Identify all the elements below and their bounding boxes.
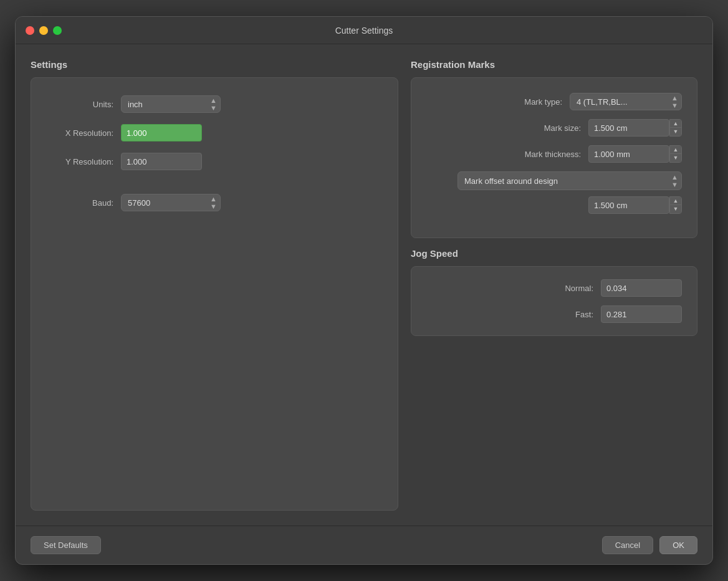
reg-marks-box: Mark type: 4 (TL,TR,BL... 3 (TL,TR,BL) 2… — [411, 77, 697, 238]
ok-button[interactable]: OK — [659, 536, 697, 554]
mark-size-row: Mark size: ▲ ▼ — [426, 119, 682, 137]
mark-type-select-wrapper: 4 (TL,TR,BL... 3 (TL,TR,BL) 2 (TL,BR) ▲ … — [570, 93, 682, 110]
y-resolution-label: Y Resolution: — [46, 157, 121, 166]
mark-thickness-up[interactable]: ▲ — [670, 146, 681, 154]
mark-offset-value-row: ▲ ▼ — [426, 196, 682, 214]
bottom-right-buttons: Cancel OK — [602, 536, 697, 554]
mark-offset-spinner-buttons: ▲ ▼ — [669, 196, 682, 214]
mark-offset-select-wrapper: Mark offset around design Mark offset fr… — [457, 171, 682, 190]
baud-select-wrapper: 57600 9600 19200 38400 115200 ▲ ▼ — [121, 194, 221, 211]
settings-section-title: Settings — [31, 59, 398, 70]
titlebar: Cutter Settings — [16, 17, 712, 44]
mark-thickness-row: Mark thickness: ▲ ▼ — [426, 145, 682, 163]
mark-size-spinner-buttons: ▲ ▼ — [669, 119, 682, 137]
mark-offset-input[interactable] — [588, 196, 669, 214]
y-resolution-row: Y Resolution: — [46, 153, 383, 170]
main-content: Settings Units: inch mm cm ▲ ▼ — [16, 44, 712, 526]
x-resolution-input[interactable] — [121, 124, 202, 142]
mark-size-down[interactable]: ▼ — [670, 128, 681, 136]
cancel-button[interactable]: Cancel — [602, 536, 653, 554]
mark-thickness-label: Mark thickness: — [525, 150, 588, 159]
bottom-bar: Set Defaults Cancel OK — [16, 526, 712, 564]
set-defaults-button[interactable]: Set Defaults — [31, 536, 101, 554]
mark-offset-up[interactable]: ▲ — [670, 197, 681, 205]
settings-box: Units: inch mm cm ▲ ▼ — [31, 77, 398, 511]
mark-offset-spinner: ▲ ▼ — [588, 196, 682, 214]
jog-speed-section: Jog Speed Normal: Fast: — [411, 248, 697, 336]
mark-thickness-down[interactable]: ▼ — [670, 154, 681, 162]
close-button[interactable] — [26, 26, 34, 35]
mark-thickness-spinner-buttons: ▲ ▼ — [669, 145, 682, 163]
mark-size-input[interactable] — [588, 119, 669, 137]
main-window: Cutter Settings Settings Units: inch mm … — [15, 16, 713, 565]
reg-marks-title: Registration Marks — [411, 59, 697, 70]
x-resolution-label: X Resolution: — [46, 128, 121, 138]
mark-offset-row: Mark offset around design Mark offset fr… — [426, 171, 682, 190]
reg-marks-section: Registration Marks Mark type: 4 (TL,TR,B… — [411, 59, 697, 238]
normal-label: Normal: — [565, 284, 601, 293]
baud-row: Baud: 57600 9600 19200 38400 115200 ▲ ▼ — [46, 194, 383, 211]
normal-input[interactable] — [601, 279, 682, 297]
normal-row: Normal: — [426, 279, 682, 297]
baud-label: Baud: — [46, 198, 121, 208]
units-row: Units: inch mm cm ▲ ▼ — [46, 95, 383, 113]
x-resolution-row: X Resolution: — [46, 124, 383, 142]
window-title: Cutter Settings — [335, 26, 393, 36]
mark-size-spinner: ▲ ▼ — [588, 119, 682, 137]
fast-input[interactable] — [601, 305, 682, 323]
mark-size-up[interactable]: ▲ — [670, 120, 681, 128]
baud-select[interactable]: 57600 9600 19200 38400 115200 — [121, 194, 221, 211]
maximize-button[interactable] — [53, 26, 62, 35]
fast-label: Fast: — [575, 310, 601, 319]
units-select-wrapper: inch mm cm ▲ ▼ — [121, 95, 221, 113]
mark-size-label: Mark size: — [544, 123, 588, 133]
jog-box: Normal: Fast: — [411, 266, 697, 336]
right-panel: Registration Marks Mark type: 4 (TL,TR,B… — [411, 59, 697, 511]
minimize-button[interactable] — [39, 26, 48, 35]
mark-offset-select[interactable]: Mark offset around design Mark offset fr… — [457, 171, 682, 190]
left-panel: Settings Units: inch mm cm ▲ ▼ — [31, 59, 398, 511]
mark-thickness-spinner: ▲ ▼ — [588, 145, 682, 163]
mark-type-row: Mark type: 4 (TL,TR,BL... 3 (TL,TR,BL) 2… — [426, 93, 682, 110]
y-resolution-input[interactable] — [121, 153, 202, 170]
units-label: Units: — [46, 100, 121, 109]
jog-speed-title: Jog Speed — [411, 248, 697, 259]
traffic-lights — [26, 26, 62, 35]
mark-offset-down[interactable]: ▼ — [670, 205, 681, 213]
fast-row: Fast: — [426, 305, 682, 323]
mark-type-label: Mark type: — [524, 97, 570, 107]
units-select[interactable]: inch mm cm — [121, 95, 221, 113]
mark-thickness-input[interactable] — [588, 145, 669, 163]
mark-type-select[interactable]: 4 (TL,TR,BL... 3 (TL,TR,BL) 2 (TL,BR) — [570, 93, 682, 110]
